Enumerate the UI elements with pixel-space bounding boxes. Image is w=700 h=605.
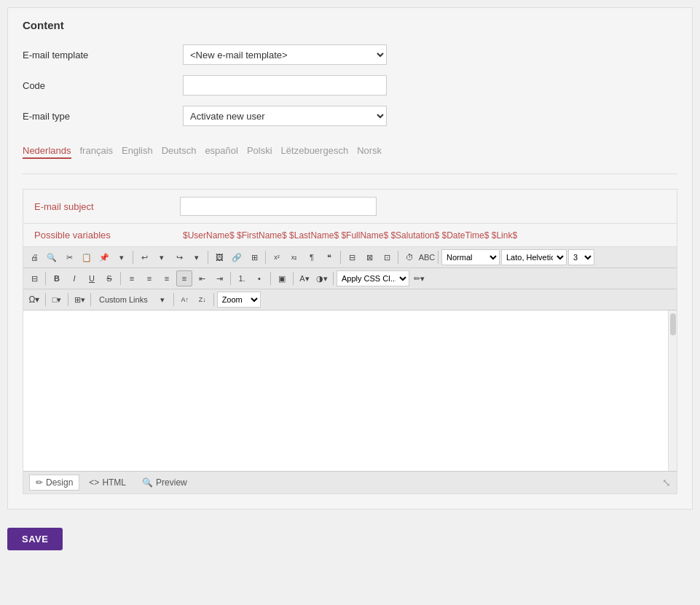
align-center-button[interactable]: ≡ bbox=[141, 270, 157, 286]
html-icon: <> bbox=[89, 477, 99, 488]
spell-button[interactable]: ABC bbox=[419, 249, 435, 265]
email-subject-input[interactable] bbox=[180, 197, 377, 216]
page-container: Content E-mail template <New e-mail temp… bbox=[0, 0, 700, 605]
unordered-list-button[interactable]: • bbox=[251, 270, 267, 286]
preview-tab[interactable]: 🔍 Preview bbox=[135, 475, 194, 491]
sep-3 bbox=[265, 251, 266, 264]
align-block-button[interactable]: ⊟ bbox=[344, 249, 360, 265]
redo-button[interactable]: ↪ bbox=[171, 249, 187, 265]
sep-9 bbox=[230, 272, 231, 285]
strikethrough-button[interactable]: S bbox=[101, 270, 117, 286]
page-break-button[interactable]: ⊟ bbox=[26, 270, 42, 286]
email-template-row: E-mail template <New e-mail template> bbox=[23, 44, 677, 65]
sep-17 bbox=[213, 293, 214, 306]
sep-5 bbox=[398, 251, 398, 264]
email-type-select[interactable]: Activate new user bbox=[183, 106, 387, 126]
editor-body[interactable] bbox=[23, 311, 677, 471]
grid-button[interactable]: ⊞▾ bbox=[71, 292, 87, 308]
sep-4 bbox=[340, 251, 341, 264]
image-button[interactable]: 🖼 bbox=[211, 249, 227, 265]
undo-button[interactable]: ↩ bbox=[136, 249, 152, 265]
lang-tab-fr[interactable]: français bbox=[80, 144, 114, 159]
ordered-list-button[interactable]: 1. bbox=[234, 270, 250, 286]
sep-2 bbox=[208, 251, 208, 264]
html-tab-label: HTML bbox=[102, 477, 126, 488]
sep-13 bbox=[45, 293, 46, 306]
blockquote-button[interactable]: ❝ bbox=[321, 249, 337, 265]
save-button[interactable]: SAVE bbox=[7, 528, 63, 550]
lang-tab-lb[interactable]: Lëtzebuergesch bbox=[281, 144, 349, 159]
scrollbar-thumb bbox=[670, 313, 676, 335]
editor-footer: ✏ Design <> HTML 🔍 Preview ⤡ bbox=[23, 471, 677, 493]
preview-icon: 🔍 bbox=[142, 477, 153, 488]
resize-handle[interactable]: ⤡ bbox=[662, 477, 671, 488]
design-icon: ✏ bbox=[36, 477, 43, 488]
time-button[interactable]: ⏱ bbox=[401, 249, 417, 265]
toolbar-row-2: ⊟ B I U S ≡ ≡ ≡ bbox=[23, 268, 677, 289]
lang-tab-no[interactable]: Norsk bbox=[357, 144, 382, 159]
redo-dropdown-button[interactable]: ▾ bbox=[189, 249, 205, 265]
preview-tab-label: Preview bbox=[156, 477, 187, 488]
paste-button[interactable]: 📌 bbox=[96, 249, 112, 265]
template-button[interactable]: ⊡ bbox=[379, 249, 395, 265]
sep-11 bbox=[293, 272, 294, 285]
align-right-button[interactable]: ≡ bbox=[159, 270, 175, 286]
content-panel: Content E-mail template <New e-mail temp… bbox=[7, 7, 693, 510]
lang-tab-es[interactable]: español bbox=[205, 144, 238, 159]
ltr-button[interactable]: ⇤ bbox=[194, 270, 210, 286]
copy-button[interactable]: 📋 bbox=[79, 249, 95, 265]
lang-tab-pl[interactable]: Polski bbox=[247, 144, 272, 159]
paste-dropdown-button[interactable]: ▾ bbox=[114, 249, 130, 265]
rtl-button[interactable]: ⇥ bbox=[211, 270, 227, 286]
variables-list: $UserName$ $FirstName$ $LastName$ $FullN… bbox=[183, 230, 517, 241]
sep-7 bbox=[45, 272, 46, 285]
font-select[interactable]: Lato, Helvetic... bbox=[501, 249, 567, 265]
email-subject-label: E-mail subject bbox=[34, 201, 180, 212]
bold-button[interactable]: B bbox=[49, 270, 65, 286]
underline-button[interactable]: U bbox=[84, 270, 100, 286]
cut-button[interactable]: ✂ bbox=[61, 249, 77, 265]
css-class-select[interactable]: Apply CSS Cl... bbox=[337, 270, 409, 286]
sep-16 bbox=[173, 293, 174, 306]
sep-8 bbox=[120, 272, 121, 285]
sep-14 bbox=[68, 293, 68, 306]
sep-1 bbox=[133, 251, 133, 264]
size-select[interactable]: 3 bbox=[568, 249, 594, 265]
italic-button[interactable]: I bbox=[66, 270, 82, 286]
link-button[interactable]: 🔗 bbox=[229, 249, 245, 265]
align-inline-button[interactable]: ⊠ bbox=[361, 249, 377, 265]
lang-tab-nl[interactable]: Nederlands bbox=[23, 144, 71, 159]
font-color-button[interactable]: A▾ bbox=[296, 270, 312, 286]
pencil-tools-button[interactable]: ✏▾ bbox=[411, 270, 427, 286]
table-button[interactable]: ⊞ bbox=[246, 249, 262, 265]
sep-6 bbox=[438, 251, 439, 264]
highlight-button[interactable]: ◑▾ bbox=[314, 270, 330, 286]
code-label: Code bbox=[23, 80, 183, 91]
custom-links-dropdown[interactable]: ▾ bbox=[154, 292, 170, 308]
email-template-select[interactable]: <New e-mail template> bbox=[183, 44, 387, 65]
block-button[interactable]: ▣ bbox=[274, 270, 290, 286]
align-left-button[interactable]: ≡ bbox=[124, 270, 140, 286]
superscript-button[interactable]: x² bbox=[269, 249, 285, 265]
undo-dropdown-button[interactable]: ▾ bbox=[154, 249, 170, 265]
find-button[interactable]: 🔍 bbox=[44, 249, 60, 265]
html-tab[interactable]: <> HTML bbox=[82, 475, 133, 491]
design-tab[interactable]: ✏ Design bbox=[29, 475, 79, 491]
code-row: Code bbox=[23, 75, 677, 95]
language-tabs: Nederlands français English Deutsch espa… bbox=[23, 136, 677, 174]
subscript-button[interactable]: x₂ bbox=[286, 249, 302, 265]
format-select[interactable]: Normal bbox=[441, 249, 500, 265]
code-input[interactable] bbox=[183, 75, 387, 95]
custom-links-button[interactable]: Custom Links bbox=[94, 292, 153, 308]
lang-tab-de[interactable]: Deutsch bbox=[162, 144, 197, 159]
print-button[interactable]: 🖨 bbox=[26, 249, 42, 265]
box1-button[interactable]: □▾ bbox=[49, 292, 65, 308]
lang-tab-en[interactable]: English bbox=[122, 144, 153, 159]
editor-scrollbar[interactable] bbox=[668, 311, 677, 471]
omega-button[interactable]: Ω▾ bbox=[26, 292, 42, 308]
zoom-select[interactable]: Zoom bbox=[217, 292, 261, 308]
sort-asc-button[interactable]: A↑ bbox=[177, 292, 193, 308]
special-char-button[interactable]: ¶ bbox=[304, 249, 320, 265]
justify-button[interactable]: ≡ bbox=[176, 270, 192, 286]
sort-desc-button[interactable]: Z↓ bbox=[194, 292, 211, 308]
